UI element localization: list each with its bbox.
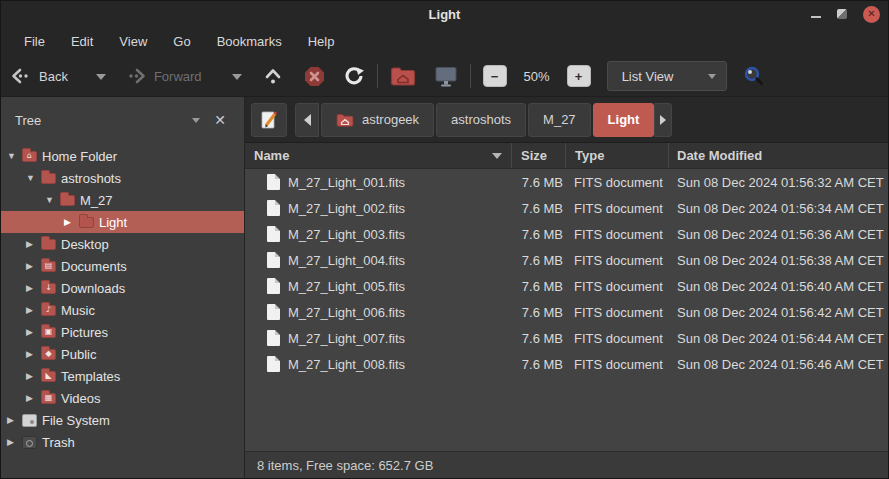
toolbar-separator [470,64,471,88]
forward-history-chevron-icon[interactable] [232,74,242,80]
side-pane-close-icon[interactable]: ✕ [208,108,232,132]
caret-right-icon[interactable]: ▶ [26,283,41,293]
home-folder-icon[interactable] [390,66,416,86]
file-row[interactable]: M_27_Light_007.fits 7.6 MB FITS document… [245,325,888,351]
column-header-size[interactable]: Size [512,143,566,168]
minimize-icon[interactable] [811,16,821,18]
menu-file[interactable]: File [11,30,58,53]
caret-down-icon[interactable]: ▼ [45,195,60,205]
edit-path-button[interactable] [251,103,287,137]
column-header-type[interactable]: Type [566,143,669,168]
folder-icon [79,217,94,228]
file-row[interactable]: M_27_Light_005.fits 7.6 MB FITS document… [245,273,888,299]
tree-item-trash[interactable]: ▶ Trash [1,431,244,453]
zoom-level: 50% [524,69,550,84]
search-icon[interactable] [743,65,765,87]
breadcrumb-light-active[interactable]: Light [593,103,655,137]
music-folder-icon: ♪ [41,305,56,316]
stop-icon[interactable] [304,66,325,87]
tree-item-file-system[interactable]: ▶ File System [1,409,244,431]
side-pane-chevron-icon[interactable] [184,108,208,132]
scroll-crumbs-left-button[interactable] [295,103,319,137]
menubar: File Edit View Go Bookmarks Help [1,27,888,56]
breadcrumb-m27[interactable]: M_27 [528,103,591,137]
breadcrumb-astrogeek[interactable]: astrogeek [321,103,434,137]
close-icon[interactable]: ✕ [863,6,880,23]
up-parent-icon[interactable] [264,67,282,85]
caret-right-icon[interactable]: ▶ [64,217,79,227]
file-icon [267,226,280,242]
caret-right-icon[interactable]: ▶ [7,437,22,447]
file-manager-window: Light ✕ File Edit View Go Bookmarks Help… [0,0,889,479]
drive-icon [22,414,37,427]
main-panel: astrogeek astroshots M_27 Light Name Siz… [245,97,888,478]
caret-down-icon[interactable]: ▼ [26,173,41,183]
column-header-date-modified[interactable]: Date Modified [669,143,888,168]
tree-item-public[interactable]: ▶ ◆ Public [1,343,244,365]
caret-right-icon[interactable]: ▶ [26,349,41,359]
toolbar: Back Forward [1,56,888,97]
caret-left-icon [304,114,311,126]
caret-right-icon[interactable]: ▶ [26,371,41,381]
tree-item-templates[interactable]: ▶ ◣ Templates [1,365,244,387]
zoom-out-button[interactable]: − [483,65,507,87]
tree-item-music[interactable]: ▶ ♪ Music [1,299,244,321]
tree-item-m27[interactable]: ▼ M_27 [1,189,244,211]
file-row[interactable]: M_27_Light_008.fits 7.6 MB FITS document… [245,351,888,377]
status-text: 8 items, Free space: 652.7 GB [257,458,433,473]
zoom-in-button[interactable]: + [567,65,591,87]
forward-icon [126,68,146,84]
forward-button[interactable]: Forward [126,68,208,84]
side-pane-mode[interactable]: Tree [15,113,184,128]
caret-down-icon[interactable]: ▼ [7,151,22,161]
file-row[interactable]: M_27_Light_003.fits 7.6 MB FITS document… [245,221,888,247]
refresh-icon[interactable] [343,66,365,86]
tree-item-documents[interactable]: ▶ ▤ Documents [1,255,244,277]
forward-label: Forward [154,69,202,84]
tree-item-astroshots[interactable]: ▼ astroshots [1,167,244,189]
file-row[interactable]: M_27_Light_002.fits 7.6 MB FITS document… [245,195,888,221]
caret-right-icon[interactable]: ▶ [26,393,41,403]
caret-right-icon[interactable]: ▶ [26,239,41,249]
tree-item-desktop[interactable]: ▶ Desktop [1,233,244,255]
folder-icon [60,195,75,206]
tree-item-pictures[interactable]: ▶ ▣ Pictures [1,321,244,343]
view-mode-select[interactable]: List View [607,61,727,91]
folder-icon [41,173,56,184]
menu-go[interactable]: Go [160,30,203,53]
window-controls: ✕ [811,1,880,27]
file-icon [267,252,280,268]
menu-bookmarks[interactable]: Bookmarks [204,30,295,53]
tree-item-light[interactable]: ▶ Light [1,211,244,233]
file-list: M_27_Light_001.fits 7.6 MB FITS document… [245,169,888,451]
back-button[interactable]: Back [11,68,74,84]
trash-icon [22,436,37,449]
caret-right-icon[interactable]: ▶ [26,327,41,337]
desktop-icon[interactable] [434,66,458,87]
home-folder-icon: ⌂ [22,151,37,162]
toolbar-separator [377,64,378,88]
breadcrumb-astroshots[interactable]: astroshots [436,103,526,137]
pictures-folder-icon: ▣ [41,327,56,338]
file-row[interactable]: M_27_Light_006.fits 7.6 MB FITS document… [245,299,888,325]
sidebar: Tree ✕ ▼ ⌂ Home Folder ▼ astroshots ▼ [1,97,245,478]
menu-view[interactable]: View [106,30,160,53]
column-header-name[interactable]: Name [245,143,512,168]
scroll-crumbs-right-button[interactable] [654,103,672,137]
tree-item-home-folder[interactable]: ▼ ⌂ Home Folder [1,145,244,167]
tree-item-videos[interactable]: ▶ ▦ Videos [1,387,244,409]
file-icon [267,304,280,320]
file-row[interactable]: M_27_Light_001.fits 7.6 MB FITS document… [245,169,888,195]
back-history-chevron-icon[interactable] [96,74,106,80]
videos-folder-icon: ▦ [41,393,56,404]
caret-right-icon [660,115,666,125]
caret-right-icon[interactable]: ▶ [26,305,41,315]
menu-edit[interactable]: Edit [58,30,106,53]
file-row[interactable]: M_27_Light_004.fits 7.6 MB FITS document… [245,247,888,273]
maximize-icon[interactable] [837,9,847,19]
caret-right-icon[interactable]: ▶ [7,415,22,425]
caret-right-icon[interactable]: ▶ [26,261,41,271]
tree-item-downloads[interactable]: ▶ ↓ Downloads [1,277,244,299]
menu-help[interactable]: Help [295,30,348,53]
chevron-down-icon [708,74,716,79]
